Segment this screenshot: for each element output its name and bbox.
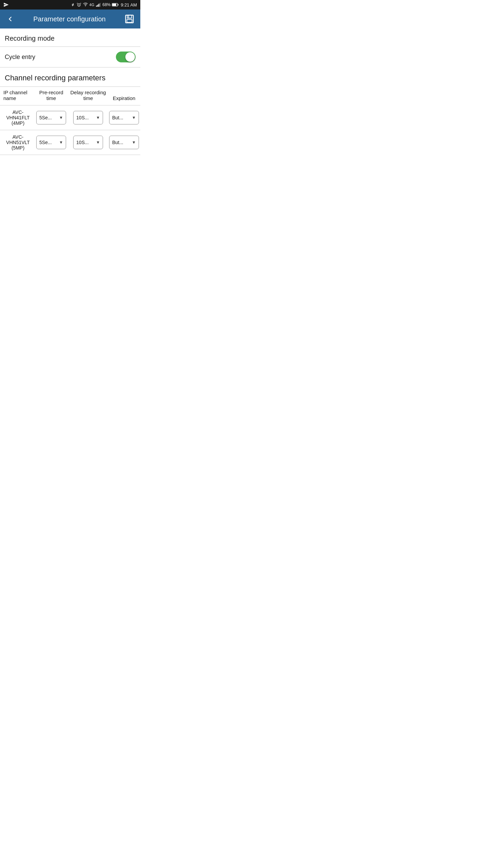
pre-record-arrow-1: ▼	[59, 140, 63, 145]
pre-record-dropdown-0[interactable]: 5Se... ▼	[36, 111, 66, 124]
pre-record-dropdown-1[interactable]: 5Se... ▼	[36, 136, 66, 149]
wifi-icon	[83, 2, 88, 7]
bluetooth-icon	[70, 2, 75, 7]
svg-rect-11	[127, 19, 132, 22]
table-header-row: IP channel name Pre-record time Delay re…	[0, 87, 140, 105]
back-button[interactable]	[5, 15, 16, 23]
pre-record-value-1: 5Se...	[39, 140, 58, 145]
params-table: IP channel name Pre-record time Delay re…	[0, 87, 140, 155]
delay-cell-0: 10S... ▼	[68, 105, 108, 130]
channel-recording-title: Channel recording parameters	[0, 67, 140, 86]
toolbar: Parameter configuration	[0, 9, 140, 28]
svg-rect-8	[118, 4, 118, 5]
svg-rect-7	[113, 3, 116, 6]
pre-record-cell-1: 5Se... ▼	[34, 130, 68, 155]
expiration-arrow-1: ▼	[132, 140, 136, 145]
channel-name-1: AVC-VHN51VLT (5MP)	[0, 130, 34, 155]
signal-bars-icon	[96, 2, 101, 7]
col-header-channel: IP channel name	[0, 87, 34, 105]
col-header-delay: Delay recording time	[68, 87, 108, 105]
status-left	[3, 2, 9, 7]
svg-rect-2	[96, 5, 97, 7]
expiration-value-0: But...	[112, 115, 130, 120]
svg-rect-3	[97, 5, 98, 7]
pre-record-arrow-0: ▼	[59, 115, 63, 120]
delay-value-1: 10S...	[76, 140, 95, 145]
toggle-knob	[125, 52, 135, 62]
recording-mode-title: Recording mode	[0, 28, 140, 46]
svg-point-1	[85, 6, 86, 6]
status-right: 4G 68% 9:21 AM	[70, 2, 137, 7]
expiration-cell-1: But... ▼	[108, 130, 140, 155]
delay-arrow-1: ▼	[96, 140, 100, 145]
alarm-icon	[77, 2, 81, 7]
table-row: AVC-VHN41FLT (4MP) 5Se... ▼ 10S... ▼ But…	[0, 105, 140, 130]
pre-record-cell-0: 5Se... ▼	[34, 105, 68, 130]
expiration-value-1: But...	[112, 140, 130, 145]
status-bar: 4G 68% 9:21 AM	[0, 0, 140, 9]
cycle-entry-toggle[interactable]	[116, 52, 136, 62]
expiration-dropdown-1[interactable]: But... ▼	[109, 136, 139, 149]
expiration-dropdown-0[interactable]: But... ▼	[109, 111, 139, 124]
svg-rect-5	[100, 3, 100, 7]
table-row: AVC-VHN51VLT (5MP) 5Se... ▼ 10S... ▼ But…	[0, 130, 140, 155]
pre-record-value-0: 5Se...	[39, 115, 58, 120]
save-icon	[124, 14, 135, 24]
battery-percent: 68%	[102, 2, 110, 7]
send-icon	[3, 2, 9, 7]
delay-arrow-0: ▼	[96, 115, 100, 120]
channel-name-0: AVC-VHN41FLT (4MP)	[0, 105, 34, 130]
delay-value-0: 10S...	[76, 115, 95, 120]
col-header-expiration: Expiration	[108, 87, 140, 105]
col-header-prerecord: Pre-record time	[34, 87, 68, 105]
page-title: Parameter configuration	[16, 15, 123, 23]
expiration-cell-0: But... ▼	[108, 105, 140, 130]
signal-label: 4G	[89, 3, 95, 7]
expiration-arrow-0: ▼	[132, 115, 136, 120]
battery-icon	[112, 3, 119, 7]
cycle-entry-row: Cycle entry	[0, 47, 140, 67]
delay-dropdown-0[interactable]: 10S... ▼	[73, 111, 103, 124]
svg-rect-10	[127, 15, 132, 18]
delay-cell-1: 10S... ▼	[68, 130, 108, 155]
cycle-entry-label: Cycle entry	[5, 54, 35, 61]
content: Recording mode Cycle entry Channel recor…	[0, 28, 140, 155]
save-button[interactable]	[123, 13, 136, 25]
status-time: 9:21 AM	[121, 2, 137, 7]
delay-dropdown-1[interactable]: 10S... ▼	[73, 136, 103, 149]
svg-rect-4	[99, 4, 99, 7]
